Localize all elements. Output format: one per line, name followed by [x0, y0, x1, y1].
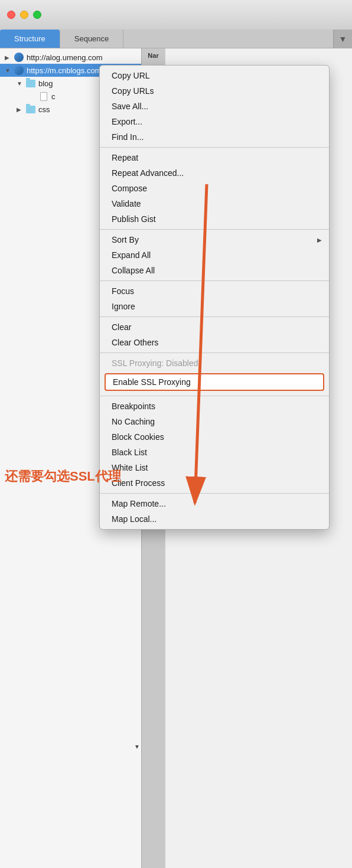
maximize-button[interactable]	[33, 11, 41, 19]
file-icon-c	[38, 92, 50, 101]
menu-item-black-list[interactable]: Black List	[100, 445, 329, 460]
menu-item-copy-url[interactable]: Copy URL	[100, 68, 329, 83]
tree-item-alog[interactable]: ▶ http://alog.umeng.com	[0, 51, 165, 64]
menu-item-ssl-disabled: SSL Proxying: Disabled	[100, 355, 329, 371]
menu-item-map-local[interactable]: Map Local...	[100, 511, 329, 527]
menu-section-repeat: Repeat Repeat Advanced... Compose Valida…	[100, 148, 329, 230]
menu-item-clear[interactable]: Clear	[100, 319, 329, 335]
tree-toggle-alog[interactable]: ▶	[5, 54, 13, 61]
menu-item-block-cookies[interactable]: Block Cookies	[100, 429, 329, 445]
menu-item-repeat-advanced[interactable]: Repeat Advanced...	[100, 165, 329, 181]
menu-item-publish-gist[interactable]: Publish Gist	[100, 211, 329, 227]
folder-icon-css	[25, 105, 37, 114]
tab-spacer	[123, 30, 333, 48]
col-header-label: Nar	[148, 52, 158, 59]
tree-toggle-blog[interactable]: ▼	[17, 80, 25, 87]
menu-section-clear: Clear Clear Others	[100, 317, 329, 353]
menu-section-breakpoints: Breakpoints No Caching Block Cookies Bla…	[100, 396, 329, 494]
scroll-arrow-bottom[interactable]: ▼	[134, 743, 140, 750]
menu-item-repeat[interactable]: Repeat	[100, 150, 329, 165]
menu-item-save-all[interactable]: Save All...	[100, 99, 329, 114]
menu-item-ignore[interactable]: Ignore	[100, 299, 329, 314]
title-bar	[0, 0, 352, 30]
menu-item-expand-all[interactable]: Expand All	[100, 247, 329, 263]
globe-icon-cnblogs	[13, 66, 25, 75]
menu-section-sort: Sort By ▶ Expand All Collapse All	[100, 230, 329, 281]
menu-item-client-process[interactable]: Client Process	[100, 475, 329, 491]
menu-item-focus[interactable]: Focus	[100, 283, 329, 299]
menu-item-sort-by[interactable]: Sort By ▶	[100, 232, 329, 247]
menu-item-breakpoints[interactable]: Breakpoints	[100, 399, 329, 414]
submenu-arrow-sort: ▶	[317, 237, 322, 243]
tab-bar: Structure Sequence ▼	[0, 30, 352, 48]
menu-item-clear-others[interactable]: Clear Others	[100, 335, 329, 350]
tree-toggle-css[interactable]: ▶	[17, 106, 25, 113]
menu-item-find-in[interactable]: Find In...	[100, 129, 329, 145]
close-button[interactable]	[7, 11, 15, 19]
menu-item-compose[interactable]: Compose	[100, 181, 329, 196]
tab-right-button[interactable]: ▼	[333, 30, 352, 48]
menu-item-enable-ssl[interactable]: Enable SSL Proxying	[105, 373, 324, 391]
globe-icon-alog	[13, 53, 25, 62]
menu-section-map: Map Remote... Map Local...	[100, 494, 329, 529]
menu-item-collapse-all[interactable]: Collapse All	[100, 263, 329, 278]
tab-sequence[interactable]: Sequence	[60, 30, 124, 48]
menu-section-copy: Copy URL Copy URLs Save All... Export...…	[100, 66, 329, 148]
folder-icon-blog	[25, 79, 37, 88]
context-menu: Copy URL Copy URLs Save All... Export...…	[99, 65, 330, 530]
menu-item-validate[interactable]: Validate	[100, 196, 329, 211]
menu-section-focus: Focus Ignore	[100, 281, 329, 317]
main-area: ▶ http://alog.umeng.com ▼ https://m.cnbl…	[0, 48, 352, 868]
minimize-button[interactable]	[20, 11, 28, 19]
tree-toggle-cnblogs[interactable]: ▼	[5, 67, 13, 74]
tab-structure[interactable]: Structure	[0, 30, 60, 48]
menu-item-white-list[interactable]: White List	[100, 460, 329, 475]
menu-item-export[interactable]: Export...	[100, 114, 329, 129]
menu-item-no-caching[interactable]: No Caching	[100, 414, 329, 429]
menu-item-copy-urls[interactable]: Copy URLs	[100, 83, 329, 99]
menu-section-ssl: SSL Proxying: Disabled Enable SSL Proxyi…	[100, 353, 329, 396]
menu-item-map-remote[interactable]: Map Remote...	[100, 496, 329, 511]
